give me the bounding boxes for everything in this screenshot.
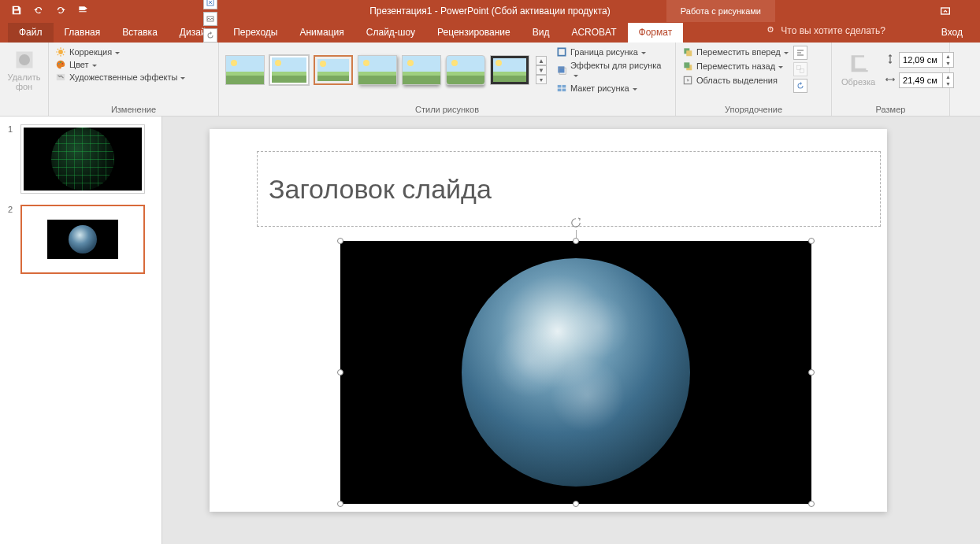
svg-rect-8 [57,74,65,80]
svg-rect-15 [562,85,566,88]
main-area: 1 2 Заголовок слайда [0,117,980,544]
start-from-beginning-icon[interactable] [77,5,88,18]
svg-point-7 [61,63,63,65]
svg-rect-17 [562,89,566,92]
styles-group-label: Стили рисунков [225,103,669,114]
artistic-effects-button[interactable]: Художественные эффекты [55,71,212,83]
slide-thumb-1[interactable]: 1 [5,124,157,194]
ribbon: Удалить фон Коррекция Цвет Художественны… [0,43,980,117]
arrange-group-label: Упорядочение [682,103,825,114]
handle-ne[interactable] [808,238,815,244]
svg-rect-12 [558,66,564,72]
tab-transitions[interactable]: Переходы [222,23,288,43]
ribbon-display-options-icon[interactable] [939,5,952,20]
size-group-label: Размер [838,103,943,114]
tell-me-label: Что вы хотите сделать? [781,25,885,36]
svg-rect-11 [558,48,565,55]
tell-me-search[interactable]: Что вы хотите сделать? [765,25,885,36]
gallery-up-icon[interactable]: ▲ [536,56,547,65]
gallery-more-icon[interactable]: ▾ [536,75,547,84]
svg-point-4 [58,50,63,54]
save-icon[interactable] [11,5,22,18]
send-backward-button[interactable]: Переместить назад [682,60,789,72]
gallery-down-icon[interactable]: ▼ [536,65,547,75]
style-thumb-6[interactable] [446,55,485,85]
slide1-globe [51,128,114,191]
tab-review[interactable]: Рецензирование [426,23,522,43]
slide-thumb-2[interactable]: 2 [5,205,157,274]
width-input[interactable]: ▲▼ [899,72,954,88]
tab-view[interactable]: Вид [522,23,561,43]
svg-point-6 [60,61,61,63]
tab-file[interactable]: Файл [8,23,54,43]
sign-in-link[interactable]: Вход [941,27,963,38]
compress-pictures-icon[interactable] [203,0,217,9]
handle-w[interactable] [337,369,343,376]
undo-icon[interactable] [33,5,44,18]
reset-picture-icon[interactable] [203,28,217,43]
tab-animation[interactable]: Анимация [288,23,355,43]
tab-format[interactable]: Формат [628,23,684,43]
title-bar: Презентация1 - PowerPoint (Сбой активаци… [0,0,980,22]
handle-nw[interactable] [337,238,343,244]
earth-image [462,258,690,487]
rotate-icon[interactable] [793,79,807,93]
slide-canvas[interactable]: Заголовок слайда [162,117,980,544]
svg-point-5 [58,63,60,65]
svg-rect-19 [686,50,692,56]
adjust-group-label: Изменение [55,103,212,114]
color-button[interactable]: Цвет [55,58,212,71]
height-input[interactable]: ▲▼ [899,52,954,68]
tab-slideshow[interactable]: Слайд-шоу [355,23,426,43]
picture-border-button[interactable]: Граница рисунка [556,46,669,58]
redo-icon[interactable] [55,5,66,18]
selection-pane-button[interactable]: Область выделения [682,74,789,87]
change-picture-icon[interactable] [203,12,217,26]
tab-home[interactable]: Главная [54,23,112,43]
slide: Заголовок слайда [210,129,887,512]
svg-rect-14 [558,85,562,88]
align-icon[interactable] [793,46,807,60]
bring-forward-button[interactable]: Переместить вперед [682,46,789,58]
selected-picture[interactable] [340,241,811,504]
style-thumb-2[interactable] [269,55,309,85]
rotate-handle[interactable] [569,216,583,230]
width-icon [885,74,896,87]
style-thumb-3[interactable] [314,55,353,85]
group-icon[interactable] [793,62,807,76]
picture-styles-gallery[interactable]: ▲ ▼ ▾ [225,55,547,85]
remove-background-button[interactable]: Удалить фон [6,46,42,94]
window-title: Презентация1 - PowerPoint (Сбой активаци… [369,6,611,17]
handle-sw[interactable] [337,501,343,507]
slide-thumbnails-panel: 1 2 [0,117,162,544]
handle-n[interactable] [573,238,579,244]
style-thumb-4[interactable] [358,55,397,85]
crop-button[interactable]: Обрезка [838,50,878,90]
picture-layout-button[interactable]: Макет рисунка [556,82,669,94]
style-thumb-5[interactable] [402,55,441,85]
style-thumb-7[interactable] [490,55,529,85]
picture-tools-label: Работа с рисунками [666,0,775,22]
handle-se[interactable] [808,501,815,507]
slide2-earth-thumb [47,220,118,259]
svg-rect-21 [684,62,689,68]
ribbon-tabs: Файл Главная Вставка Дизайн Переходы Ани… [0,22,980,43]
tab-acrobat[interactable]: ACROBAT [560,23,627,43]
picture-effects-button[interactable]: Эффекты для рисунка [556,60,669,80]
svg-rect-16 [558,89,562,92]
height-icon [885,54,896,66]
handle-e[interactable] [808,369,815,376]
tab-insert[interactable]: Вставка [111,23,169,43]
style-thumb-1[interactable] [225,55,265,85]
svg-point-3 [19,54,30,65]
handle-s[interactable] [573,501,579,507]
corrections-button[interactable]: Коррекция [55,46,212,58]
